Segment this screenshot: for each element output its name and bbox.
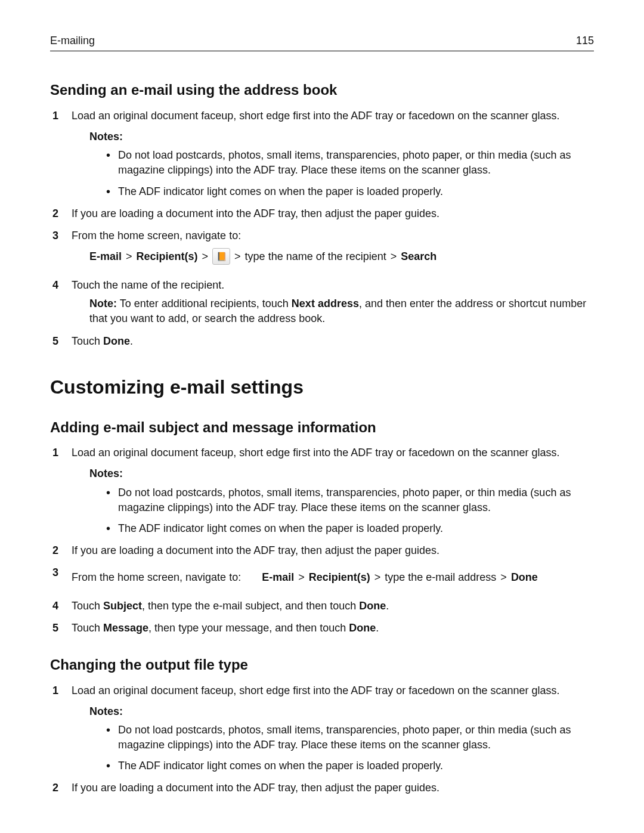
step-text: If you are loading a document into the A…: [72, 782, 439, 794]
step-note: Note: To enter additional recipients, to…: [89, 296, 594, 326]
document-page: E-mailing 115 Sending an e-mail using th…: [0, 0, 644, 833]
navigation-path: E-mail Recipient(s) 📙 type the name of t…: [89, 248, 436, 265]
step-item: Touch the name of the recipient. Note: T…: [50, 278, 594, 327]
step-text: From the home screen, navigate to:: [72, 571, 241, 583]
nav-done: Done: [511, 570, 538, 585]
steps-list: Load an original document faceup, short …: [50, 109, 594, 349]
step-text-a: Touch: [72, 622, 103, 634]
step-text: Touch the name of the recipient.: [72, 279, 224, 291]
notes-list: Do not load postcards, photos, small ite…: [106, 723, 594, 774]
header-section-name: E-mailing: [50, 33, 95, 48]
notes-label: Notes:: [89, 466, 594, 481]
step-item: From the home screen, navigate to: E-mai…: [50, 228, 594, 271]
note-label: Note:: [89, 298, 117, 309]
notes-list: Do not load postcards, photos, small ite…: [106, 148, 594, 199]
address-book-icon: 📙: [212, 248, 230, 265]
step-text: From the home screen, navigate to:: [72, 230, 241, 241]
step-item: Load an original document faceup, short …: [50, 445, 594, 536]
header-page-number: 115: [576, 33, 594, 48]
nav-email: E-mail: [89, 249, 122, 264]
note-text-a: To enter additional recipients, touch: [117, 298, 292, 309]
steps-list: Load an original document faceup, short …: [50, 683, 594, 796]
step-text: Load an original document faceup, short …: [72, 685, 559, 696]
step-item: If you are loading a document into the A…: [50, 543, 594, 558]
done-bold: Done: [349, 622, 376, 634]
nav-tail: type the name of the recipient: [245, 249, 386, 264]
running-header: E-mailing 115: [50, 33, 594, 51]
nav-separator: [374, 570, 382, 585]
navigation-path: E-mail Recipient(s) type the e-mail addr…: [262, 570, 538, 585]
note-item: Do not load postcards, photos, small ite…: [106, 485, 594, 515]
note-item: Do not load postcards, photos, small ite…: [106, 148, 594, 178]
step-item: Touch Message, then type your message, a…: [50, 621, 594, 636]
done-bold: Done: [359, 600, 386, 612]
step-text-b: , then type the e-mail subject, and then…: [142, 600, 359, 612]
note-item: Do not load postcards, photos, small ite…: [106, 723, 594, 753]
nav-separator: [202, 249, 209, 264]
nav-separator: [390, 249, 398, 264]
step-text: If you are loading a document into the A…: [72, 208, 439, 219]
next-address-bold: Next address: [292, 298, 359, 309]
step-text-c: .: [386, 600, 389, 612]
heading-send-email-address-book: Sending an e-mail using the address book: [50, 80, 594, 100]
message-bold: Message: [103, 622, 148, 634]
note-item: The ADF indicator light comes on when th…: [106, 521, 594, 536]
nav-email: E-mail: [262, 570, 294, 585]
step-text-b: .: [130, 335, 133, 347]
notes-label: Notes:: [89, 129, 594, 144]
nav-tail: type the e-mail address: [385, 570, 496, 585]
nav-separator: [298, 570, 305, 585]
step-item: Load an original document faceup, short …: [50, 683, 594, 774]
note-item: The ADF indicator light comes on when th…: [106, 758, 594, 773]
subject-bold: Subject: [103, 600, 142, 612]
nav-search: Search: [401, 249, 436, 264]
step-item: If you are loading a document into the A…: [50, 781, 594, 795]
nav-separator: [125, 249, 133, 264]
step-text-c: .: [376, 622, 379, 634]
step-item: From the home screen, navigate to: E-mai…: [50, 565, 594, 591]
step-item: Load an original document faceup, short …: [50, 109, 594, 199]
heading-changing-output-file-type: Changing the output file type: [50, 655, 594, 675]
note-item: The ADF indicator light comes on when th…: [106, 184, 594, 199]
notes-list: Do not load postcards, photos, small ite…: [106, 485, 594, 537]
step-item: If you are loading a document into the A…: [50, 206, 594, 221]
done-bold: Done: [103, 335, 130, 347]
step-text: Load an original document faceup, short …: [72, 447, 559, 459]
step-text: Load an original document faceup, short …: [72, 110, 559, 122]
steps-list: Load an original document faceup, short …: [50, 445, 594, 636]
nav-separator: [234, 249, 242, 264]
nav-recipients: Recipient(s): [137, 249, 198, 264]
heading-customizing-email-settings: Customizing e-mail settings: [50, 374, 594, 401]
step-text-b: , then type your message, and then touch: [148, 622, 349, 634]
heading-adding-email-subject: Adding e-mail subject and message inform…: [50, 417, 594, 438]
nav-separator: [500, 570, 507, 585]
notes-label: Notes:: [89, 704, 594, 719]
step-text: If you are loading a document into the A…: [72, 544, 439, 556]
step-item: Touch Done.: [50, 334, 594, 349]
step-item: Touch Subject, then type the e-mail subj…: [50, 599, 594, 614]
nav-recipients: Recipient(s): [309, 570, 370, 585]
step-text-a: Touch: [72, 335, 103, 347]
step-text-a: Touch: [72, 600, 103, 612]
